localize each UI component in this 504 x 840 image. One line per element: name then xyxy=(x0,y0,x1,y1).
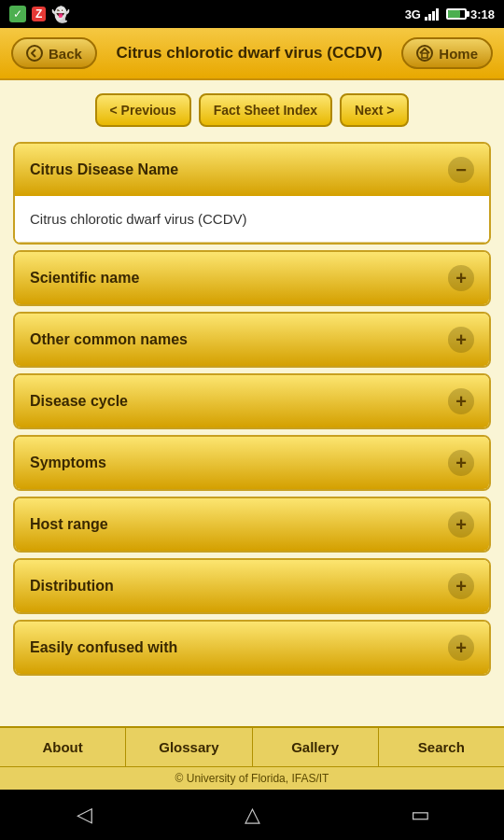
content-area: < Previous Fact Sheet Index Next > Citru… xyxy=(0,80,504,726)
svg-point-0 xyxy=(27,46,42,61)
accordion-header-easily-confused-with[interactable]: Easily confused with+ xyxy=(15,622,489,674)
accordion-header-distribution[interactable]: Distribution+ xyxy=(15,560,489,612)
accordion-label-easily-confused-with: Easily confused with xyxy=(30,639,177,656)
accordion-label-symptoms: Symptoms xyxy=(30,455,106,471)
android-back-button[interactable]: ◁ xyxy=(65,796,103,833)
time-display: 3:18 xyxy=(470,7,495,21)
accordion-section-host-range: Host range+ xyxy=(13,497,491,553)
accordion-label-host-range: Host range xyxy=(30,516,108,533)
accordion-section-citrus-disease-name: Citrus Disease Name−Citrus chlorotic dwa… xyxy=(13,142,491,245)
page-title: Citrus chlorotic dwarf virus (CCDV) xyxy=(97,43,401,63)
bottom-nav-glossary[interactable]: Glossary xyxy=(126,728,252,766)
plus-icon: + xyxy=(448,327,474,353)
network-type: 3G xyxy=(405,7,421,21)
plus-icon: + xyxy=(448,450,474,476)
minus-icon: − xyxy=(448,157,474,183)
back-arrow-icon xyxy=(26,45,43,62)
fact-sheet-index-button[interactable]: Fact Sheet Index xyxy=(199,93,332,127)
accordion-label-citrus-disease-name: Citrus Disease Name xyxy=(30,161,178,178)
ghost-icon: 👻 xyxy=(51,6,70,23)
accordion-label-other-common-names: Other common names xyxy=(30,331,188,348)
accordion-section-scientific-name: Scientific name+ xyxy=(13,250,491,306)
accordion-section-other-common-names: Other common names+ xyxy=(13,312,491,368)
bottom-nav-search[interactable]: Search xyxy=(379,728,504,766)
plus-icon: + xyxy=(448,573,474,599)
accordion-header-symptoms[interactable]: Symptoms+ xyxy=(15,437,489,489)
accordion-label-disease-cycle: Disease cycle xyxy=(30,393,128,410)
accordion-section-easily-confused-with: Easily confused with+ xyxy=(13,620,491,676)
home-button[interactable]: Home xyxy=(401,37,493,69)
accordion-label-scientific-name: Scientific name xyxy=(30,270,139,287)
accordion-section-distribution: Distribution+ xyxy=(13,558,491,614)
check-icon: ✓ xyxy=(9,6,26,22)
android-home-button[interactable]: △ xyxy=(233,796,271,833)
status-bar: ✓ Z 👻 3G 3:18 xyxy=(0,0,504,28)
next-button[interactable]: Next > xyxy=(340,93,409,127)
z-icon: Z xyxy=(32,7,46,21)
footer-copyright: © University of Florida, IFAS/IT xyxy=(0,766,504,790)
accordion-header-disease-cycle[interactable]: Disease cycle+ xyxy=(15,375,489,427)
accordion-body-citrus-disease-name: Citrus chlorotic dwarf virus (CCDV) xyxy=(15,196,489,243)
accordion-section-symptoms: Symptoms+ xyxy=(13,435,491,491)
bottom-nav-gallery[interactable]: Gallery xyxy=(253,728,379,766)
accordion-label-distribution: Distribution xyxy=(30,578,114,595)
svg-rect-2 xyxy=(422,53,427,58)
accordion-container: Citrus Disease Name−Citrus chlorotic dwa… xyxy=(13,142,491,676)
previous-button[interactable]: < Previous xyxy=(95,93,191,127)
android-nav-bar: ◁ △ ▭ xyxy=(0,790,504,840)
battery-icon xyxy=(446,8,467,20)
accordion-section-disease-cycle: Disease cycle+ xyxy=(13,373,491,429)
accordion-header-scientific-name[interactable]: Scientific name+ xyxy=(15,252,489,304)
plus-icon: + xyxy=(448,265,474,291)
accordion-header-other-common-names[interactable]: Other common names+ xyxy=(15,314,489,366)
signal-bars xyxy=(425,7,439,21)
bottom-nav: AboutGlossaryGallerySearch xyxy=(0,726,504,766)
home-icon xyxy=(416,45,433,62)
accordion-header-citrus-disease-name[interactable]: Citrus Disease Name− xyxy=(15,144,489,196)
plus-icon: + xyxy=(448,635,474,661)
status-right: 3G 3:18 xyxy=(405,7,495,21)
plus-icon: + xyxy=(448,388,474,414)
accordion-header-host-range[interactable]: Host range+ xyxy=(15,498,489,551)
back-button[interactable]: Back xyxy=(11,37,97,69)
android-recent-button[interactable]: ▭ xyxy=(401,796,439,833)
nav-row: < Previous Fact Sheet Index Next > xyxy=(13,93,491,127)
plus-icon: + xyxy=(448,511,474,538)
status-icons: ✓ Z 👻 xyxy=(9,6,70,23)
header: Back Citrus chlorotic dwarf virus (CCDV)… xyxy=(0,28,504,80)
bottom-nav-about[interactable]: About xyxy=(0,728,126,766)
